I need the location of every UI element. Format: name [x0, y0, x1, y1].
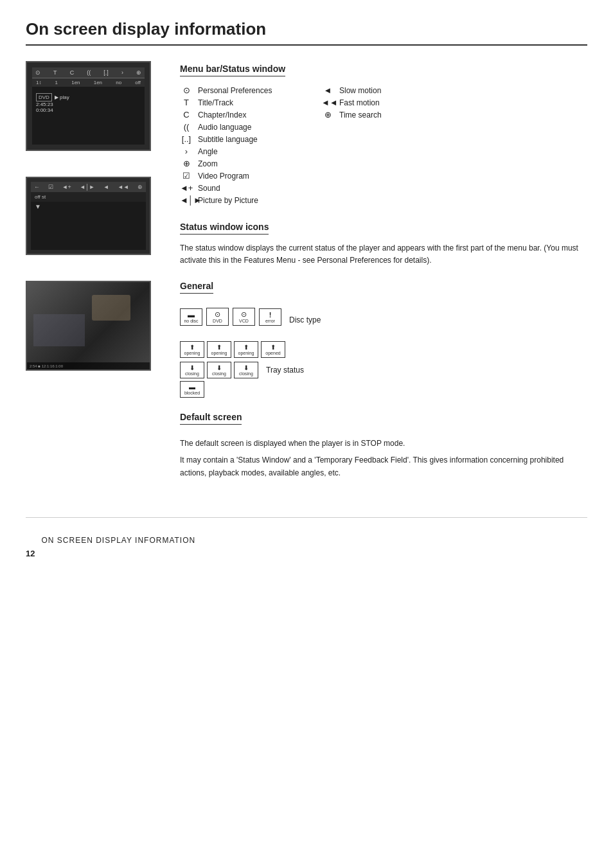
- page-number-text: ON SCREEN DISPLAY INFORMATION: [41, 536, 195, 545]
- tray-blocked: ▬ blocked: [180, 381, 204, 398]
- fast-motion-label: Fast motion: [339, 98, 380, 107]
- disc-type-label: Disc type: [289, 315, 321, 324]
- tray-icon-1: ⬆: [190, 344, 195, 351]
- status-bar-labels: off st: [31, 192, 146, 202]
- sound-label: Sound: [198, 184, 220, 193]
- status-down-arrow: ▼: [35, 203, 41, 210]
- tray-row-1: ⬆ opening ⬆ opening ⬆ opening ⬆ opened: [180, 341, 587, 358]
- dvd-screen-mockup: ⊙ T C (( [.] › ⊕ 1↕ 1 1en 1en no off DVD…: [26, 61, 151, 151]
- disc-dvd: ⊙ DVD: [206, 308, 229, 326]
- menu-item-subtitle: [..] Subtitle language: [180, 133, 321, 145]
- dvd-val-title: 1↕: [36, 80, 41, 85]
- subtitle-label: Subtitle language: [198, 135, 258, 144]
- slow-motion-icon: ◄: [321, 85, 334, 95]
- menu-items-grid: ⊙ Personal Preferences T Title/Track C C…: [180, 84, 587, 206]
- menu-item-prefs: ⊙ Personal Preferences: [180, 84, 321, 96]
- tray-status-label: Tray status: [266, 366, 304, 375]
- status-arrow-left: ←: [34, 184, 40, 190]
- status-icon-fast: ◄◄: [118, 184, 129, 190]
- time-search-icon: ⊕: [321, 110, 334, 120]
- tray-blocked-icon: ▬: [189, 384, 195, 391]
- disc-vcd: ⊙ VCD: [233, 308, 255, 326]
- tray-close-icon-3: ⬇: [244, 364, 249, 371]
- menu-item-fast: ◄◄ Fast motion: [321, 96, 463, 109]
- audio-icon: ((: [180, 122, 193, 132]
- dvd-val-zoom: off: [135, 80, 141, 85]
- tray-opening-2: ⬆ opening: [207, 341, 231, 358]
- status-icon-sound: ◄+: [62, 184, 71, 190]
- screen-shape-2: [33, 314, 85, 346]
- tray-icon-3: ⬆: [244, 344, 249, 351]
- vcd-disc-icon: ⊙: [236, 310, 251, 319]
- dvd-val-angle: no: [116, 80, 121, 85]
- title-icon: T: [180, 98, 193, 107]
- subtitle-icon: [..]: [180, 134, 193, 144]
- default-screen-section: Default screen The default screen is dis…: [180, 409, 587, 479]
- audio-label: Audio language: [198, 123, 251, 132]
- menu-items-left: ⊙ Personal Preferences T Title/Track C C…: [180, 84, 321, 206]
- zoom-label: Zoom: [198, 159, 218, 168]
- dvd-disc-icon: ⊙: [210, 310, 225, 319]
- prefs-icon: ⊙: [180, 85, 193, 95]
- status-window-description: The status window displays the current s…: [180, 242, 587, 267]
- zoom-icon: ⊕: [180, 159, 193, 168]
- pbp-label: Picture by Picture: [198, 196, 258, 205]
- dvd-val-ch: 1: [55, 80, 58, 85]
- menu-bar-section: Menu bar/Status window ⊙ Personal Prefer…: [180, 61, 587, 206]
- title-label: Title/Track: [198, 98, 233, 107]
- status-icon-pbp: ◄│►: [80, 184, 94, 190]
- status-icon-vidprog: ☑: [48, 184, 53, 190]
- menu-item-sound: ◄+ Sound: [180, 182, 321, 194]
- dvd-menu-bar: ⊙ T C (( [.] › ⊕: [32, 67, 145, 78]
- dvd-play-state: ▶ play: [55, 94, 69, 100]
- default-screen-desc1: The default screen is displayed when the…: [180, 438, 587, 450]
- tray-opened: ⬆ opened: [261, 341, 285, 358]
- menu-item-pbp: ◄│► Picture by Picture: [180, 194, 321, 206]
- disc-icons-row: ▬ no disc ⊙ DVD ⊙ VCD ! error: [180, 308, 281, 326]
- tray-row-2: ⬇ closing ⬇ closing ⬇ closing: [180, 362, 258, 378]
- dvd-menu-icon-prefs: ⊙: [35, 69, 40, 76]
- dvd-menu-icon-angle: ›: [121, 69, 123, 76]
- status-icon-slow: ◄: [103, 184, 109, 190]
- content-column: Menu bar/Status window ⊙ Personal Prefer…: [180, 61, 587, 492]
- default-screen-header: Default screen: [180, 412, 242, 425]
- menu-item-vidprog: ☑ Video Program: [180, 170, 321, 182]
- chapter-icon: C: [180, 110, 193, 120]
- menu-item-slow: ◄ Slow motion: [321, 84, 463, 96]
- menu-item-chapter: C Chapter/Index: [180, 109, 321, 121]
- vidprog-icon: ☑: [180, 171, 193, 181]
- screen-shape-1: [92, 295, 130, 321]
- menu-item-zoom: ⊕ Zoom: [180, 157, 321, 170]
- tray-opening-1: ⬆ opening: [180, 341, 204, 358]
- no-disc-icon: ▬: [184, 311, 199, 319]
- menu-item-time: ⊕ Time search: [321, 109, 463, 121]
- disc-no-disc: ▬ no disc: [180, 308, 202, 326]
- menu-bar-header: Menu bar/Status window: [180, 64, 285, 76]
- pbp-icon: ◄│►: [180, 195, 193, 205]
- error-disc-icon: !: [263, 311, 278, 319]
- menu-items-right: ◄ Slow motion ◄◄ Fast motion ⊕ Time sear…: [321, 84, 463, 206]
- vidprog-label: Video Program: [198, 172, 249, 181]
- tray-icon-opened: ⬆: [271, 344, 276, 351]
- tray-closing-1: ⬇ closing: [180, 362, 204, 378]
- dvd-menu-icon-audio: ((: [87, 69, 91, 76]
- menu-item-title: T Title/Track: [180, 96, 321, 109]
- tray-closing-3: ⬇ closing: [234, 362, 258, 378]
- page-number: 12: [26, 549, 35, 558]
- page-title: On screen display information: [26, 19, 587, 46]
- images-column: ⊙ T C (( [.] › ⊕ 1↕ 1 1en 1en no off DVD…: [26, 61, 161, 492]
- screen-overlay: 2:54 ■ 12:1:16:1:00: [27, 362, 150, 369]
- default-screen-mockup: 2:54 ■ 12:1:16:1:00: [26, 281, 151, 371]
- chapter-label: Chapter/Index: [198, 111, 246, 120]
- dvd-val-audio: 1en: [71, 80, 80, 85]
- general-header: General: [180, 281, 213, 294]
- dvd-time1: 2:45:23: [36, 102, 141, 107]
- status-window-section: Status window icons The status window di…: [180, 219, 587, 267]
- sound-icon: ◄+: [180, 183, 193, 193]
- prefs-label: Personal Preferences: [198, 86, 272, 95]
- status-bar-arrow: ▼: [31, 202, 146, 211]
- general-section: General ▬ no disc ⊙ DVD ⊙ VCD: [180, 278, 587, 398]
- dvd-time2: 0:00:34: [36, 107, 141, 113]
- tray-close-icon-2: ⬇: [217, 364, 222, 371]
- dvd-logo-badge: DVD: [36, 93, 52, 102]
